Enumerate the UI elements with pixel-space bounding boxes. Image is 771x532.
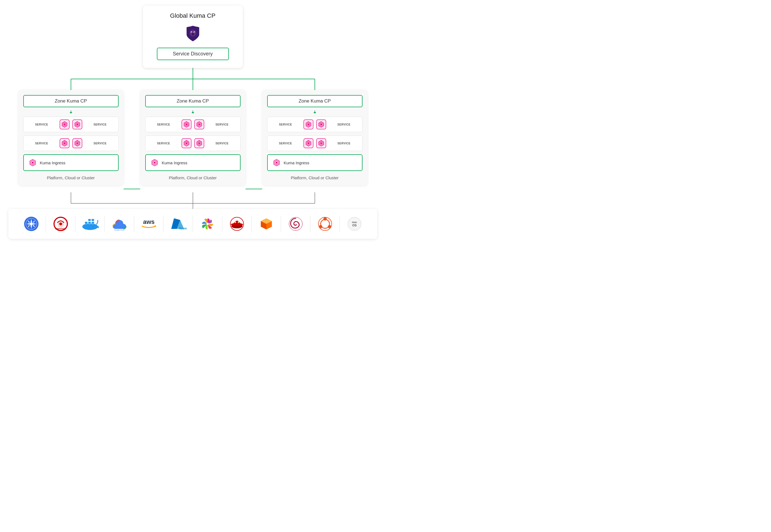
docker-logo xyxy=(78,216,102,232)
zone1-proxy1-icon xyxy=(59,119,70,130)
svg-point-96 xyxy=(82,223,98,230)
debian-icon xyxy=(288,216,303,232)
kubernetes-logo xyxy=(19,216,43,232)
svg-rect-101 xyxy=(91,219,94,221)
svg-rect-97 xyxy=(85,222,88,224)
svg-point-72 xyxy=(320,142,322,144)
zone2-svc2-label: SERVICE xyxy=(207,123,238,126)
svg-point-18 xyxy=(64,124,65,125)
zone2-ingress-label: Kuma Ingress xyxy=(162,160,188,165)
divider-6 xyxy=(193,216,193,232)
svg-point-5 xyxy=(191,32,192,33)
zone3-svc3-label: SERVICE xyxy=(270,142,301,145)
azure-icon: Azure xyxy=(169,216,188,232)
zone-2-box: Zone Kuma CP SERVICE xyxy=(140,90,246,186)
zone-1-box: Zone Kuma CP SERVICE xyxy=(18,90,124,186)
svg-point-7 xyxy=(192,33,193,34)
zone2-ingress-icon xyxy=(150,158,159,167)
azure-logo: Azure xyxy=(166,216,190,232)
svg-point-115 xyxy=(238,221,239,223)
divider-5 xyxy=(163,216,164,232)
zone3-service-row-1: SERVICE xyxy=(267,117,362,132)
ingress-connectors xyxy=(18,186,367,192)
zone3-service-row-2: SERVICE xyxy=(267,135,362,151)
zone3-svc2-label: SERVICE xyxy=(329,123,359,126)
zone1-proxy3-icon xyxy=(59,138,70,149)
aws-icon: aws xyxy=(139,216,159,232)
divider-10 xyxy=(310,216,310,232)
zone1-proxy4-icon xyxy=(72,138,83,149)
global-to-zones-connector xyxy=(18,68,367,90)
openshift-icon: OPENSHIFT xyxy=(53,216,68,232)
svg-text:mac: mac xyxy=(352,221,357,224)
zone2-service-row-1: SERVICE xyxy=(145,117,241,132)
ubuntu-logo xyxy=(313,216,337,232)
svg-text:OS: OS xyxy=(352,224,357,227)
zone1-svc2-label: SERVICE xyxy=(85,123,116,126)
zone3-arrow xyxy=(267,111,362,113)
svg-point-39 xyxy=(186,124,187,125)
zone2-proxy3-icon xyxy=(181,138,192,149)
svg-text:OPENSHIFT: OPENSHIFT xyxy=(55,228,66,230)
svg-point-113 xyxy=(231,223,243,226)
zone1-ingress-icon xyxy=(28,158,37,167)
zone1-ingress-box: Kuma Ingress xyxy=(23,154,119,171)
svg-text:Azure: Azure xyxy=(179,227,187,230)
svg-point-75 xyxy=(275,162,277,164)
zone3-ingress-icon xyxy=(272,158,281,167)
svg-point-1 xyxy=(196,27,199,30)
diagram-container: Global Kuma CP Service Discov xyxy=(0,0,385,244)
svg-point-54 xyxy=(154,162,155,164)
svg-point-43 xyxy=(198,124,200,125)
docker-icon xyxy=(80,216,100,232)
ingress-connector-svg xyxy=(18,186,367,192)
tanzu-logo xyxy=(196,216,219,232)
macos-icon: mac OS xyxy=(347,216,362,232)
svg-point-26 xyxy=(64,142,65,144)
svg-marker-56 xyxy=(313,112,316,113)
kubernetes-icon xyxy=(24,216,39,232)
zone1-svc1-label: SERVICE xyxy=(26,123,57,126)
zones-row: Zone Kuma CP SERVICE xyxy=(18,90,367,186)
macos-logo: mac OS xyxy=(343,216,366,232)
zone2-proxy2-icon xyxy=(194,119,205,130)
zone3-svc4-label: SERVICE xyxy=(329,142,359,145)
zone1-ingress-label: Kuma Ingress xyxy=(40,160,66,165)
divider-3 xyxy=(104,216,105,232)
zone1-service-row-2: SERVICE xyxy=(23,135,119,151)
debian-logo xyxy=(284,216,307,232)
svg-text:Google Cloud: Google Cloud xyxy=(114,229,124,231)
platforms-bar: OPENSHIFT xyxy=(8,209,377,239)
svg-point-68 xyxy=(308,142,309,144)
divider-2 xyxy=(75,216,75,232)
svg-rect-100 xyxy=(88,219,91,221)
zone2-arrow xyxy=(145,111,241,113)
bottom-connectors xyxy=(18,192,367,209)
divider-7 xyxy=(222,216,222,232)
svg-text:aws: aws xyxy=(143,218,155,225)
zone1-arrow xyxy=(23,111,119,113)
zone-3-box: Zone Kuma CP SERVICE xyxy=(262,90,367,186)
zone1-svc4-label: SERVICE xyxy=(85,142,116,145)
ubuntu-icon xyxy=(317,216,333,232)
svg-point-0 xyxy=(187,27,190,30)
svg-rect-98 xyxy=(88,222,91,224)
zone2-service-row-2: SERVICE xyxy=(145,135,241,151)
zone3-svc1-label: SERVICE xyxy=(270,123,301,126)
zone-2-cp-label: Zone Kuma CP xyxy=(145,95,241,107)
divider-9 xyxy=(281,216,281,232)
svg-point-122 xyxy=(323,217,327,221)
svg-marker-14 xyxy=(70,112,72,113)
divider-8 xyxy=(251,216,252,232)
zone2-platform-label: Platform, Cloud or Cluster xyxy=(145,175,241,180)
zone3-proxy1-icon xyxy=(303,119,314,130)
service-discovery-box: Service Discovery xyxy=(157,48,229,60)
svg-point-60 xyxy=(308,124,309,125)
zone1-platform-label: Platform, Cloud or Cluster xyxy=(23,175,119,180)
connector-svg xyxy=(18,68,367,90)
zone3-ingress-box: Kuma Ingress xyxy=(267,154,362,171)
svg-marker-104 xyxy=(155,225,156,227)
tanzu-icon xyxy=(200,216,215,232)
zone2-svc3-label: SERVICE xyxy=(148,142,179,145)
zone-3-cp-label: Zone Kuma CP xyxy=(267,95,362,107)
